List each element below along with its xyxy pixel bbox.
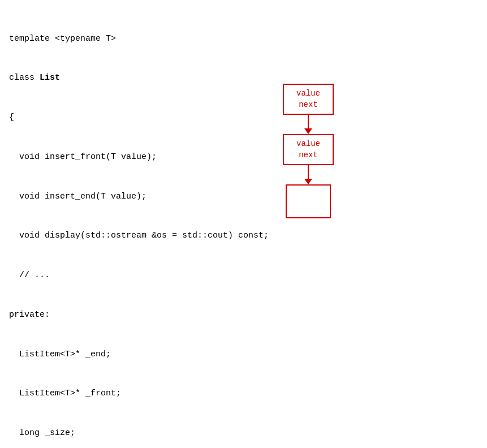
code-line-4: void insert_front(T value); (9, 150, 478, 163)
code-text: template <typename T> (9, 34, 116, 44)
code-bold: List (40, 73, 60, 83)
node2-value-label: value (296, 139, 320, 150)
code-text: ListItem<T>* _front; (9, 389, 121, 398)
code-line-6: void display(std::ostream &os = std::cou… (9, 229, 478, 242)
code-line-1: template <typename T> (9, 32, 478, 45)
arrow-line-2 (308, 165, 309, 179)
arrow-head-1 (304, 128, 312, 134)
code-text: private: (9, 310, 50, 320)
code-line-3: { (9, 111, 478, 124)
diagram-node-2: value next (283, 134, 334, 165)
code-text: ListItem<T>* _end; (9, 350, 111, 359)
diagram-node-3 (286, 184, 331, 218)
code-line-8: private: (9, 308, 478, 321)
code-text: { (9, 113, 14, 122)
code-text: class (9, 73, 40, 83)
code-line-7: // ... (9, 269, 478, 282)
node1-value-label: value (296, 88, 320, 100)
code-line-10: ListItem<T>* _front; (9, 387, 478, 400)
code-line-2: class List (9, 71, 478, 84)
code-line-9: ListItem<T>* _end; (9, 348, 478, 361)
linked-list-diagram: value next value next (283, 84, 334, 218)
code-container: template <typename T> class List { void … (9, 6, 478, 448)
code-text: // ... (9, 270, 50, 280)
code-text: void insert_end(T value); (9, 192, 146, 201)
diagram-node-1: value next (283, 84, 334, 115)
code-line-11: long _size; (9, 427, 478, 440)
code-line-5: void insert_end(T value); (9, 190, 478, 203)
node1-next-label: next (299, 100, 318, 111)
code-text: void insert_front(T value); (9, 152, 157, 162)
code-text: void display(std::ostream &os = std::cou… (9, 231, 269, 240)
node2-next-label: next (299, 150, 318, 161)
arrow-line-1 (308, 115, 309, 128)
arrow-head-2 (304, 179, 312, 184)
code-text: long _size; (9, 428, 75, 438)
